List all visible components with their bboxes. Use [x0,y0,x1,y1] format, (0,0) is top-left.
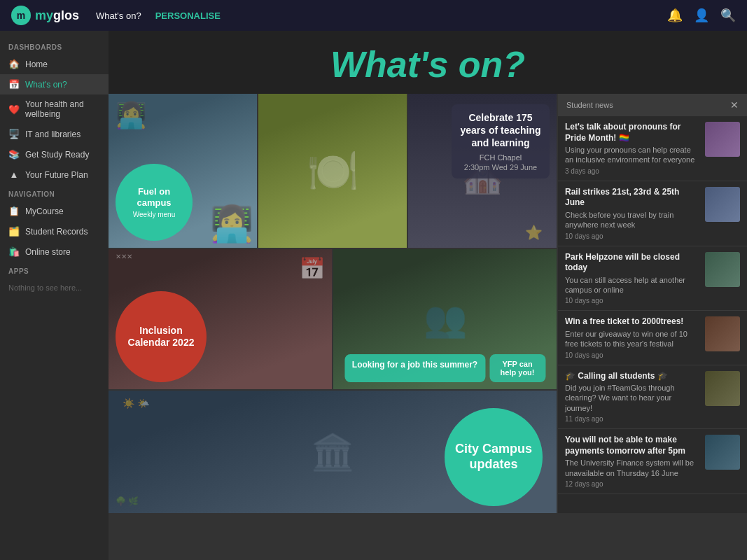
sidebar-item-home[interactable]: 🏠 Home [0,54,109,74]
jobs-title: Looking for a job this summer? [350,360,480,371]
logo[interactable]: m myglos [11,6,79,25]
book-icon: 📚 [8,149,20,160]
nothing-text: Nothing to see here... [0,278,109,298]
news-thumb-1 [705,122,740,157]
news-section-label: Student news [566,101,613,109]
city-overlay: City Campus updates [445,408,543,506]
sidebar-item-store[interactable]: 🛍️ Online store [0,241,109,262]
sidebar-item-health[interactable]: ❤️ Your health and wellbeing [0,94,109,124]
tile-chapel[interactable]: Celebrate 175 years of teaching and lear… [408,94,557,248]
news-time-2: 10 days ago [565,232,699,240]
sidebar-item-study[interactable]: 📚 Get Study Ready [0,144,109,164]
nav-right: 🔔 👤 🔍 [667,8,736,23]
dashboards-label: DASHBOARDS [0,38,109,54]
news-content-1: Let's talk about pronouns for Pride Mont… [565,122,699,175]
news-time-3: 10 days ago [565,297,699,304]
news-item-6[interactable]: You will not be able to make payments to… [558,429,747,494]
news-content-3: Park Helpzone will be closed today You c… [565,252,699,305]
inclusion-overlay: Inclusion Calendar 2022 [116,291,207,382]
inclusion-title: Inclusion Calendar 2022 [123,325,200,349]
sidebar-item-home-label: Home [25,59,48,69]
news-item-1[interactable]: Let's talk about pronouns for Pride Mont… [558,116,747,181]
sidebar-item-it-label: IT and libraries [25,130,81,139]
news-close-button[interactable]: ✕ [730,99,739,111]
sidebar-item-store-label: Online store [25,247,71,257]
news-time-6: 12 days ago [565,480,699,488]
tile-city[interactable]: 🏛️ ☀️ 🌤️ 🌳 🌿 City Campus updates [109,391,557,513]
sidebar-item-health-label: Your health and wellbeing [25,99,100,119]
news-thumb-5 [705,371,740,406]
news-desc-4: Enter our giveaway to win one of 10 free… [565,329,699,349]
news-time-1: 3 days ago [565,167,699,175]
fuel-title: Fuel on campus [121,186,187,208]
sidebar-item-whats-on-label: What's on? [25,80,67,90]
nav-links: What's on? PERSONALISE [96,10,221,21]
news-desc-6: The University Finance system will be un… [565,458,699,478]
news-content-5: 🎓 Calling all students 🎓 Did you join #T… [565,371,699,423]
sidebar-item-it[interactable]: 🖥️ IT and libraries [0,124,109,144]
sidebar-item-mycourse-label: MyCourse [25,206,64,216]
news-content-2: Rail strikes 21st, 23rd & 25th June Chec… [565,187,699,240]
sidebar-item-whats-on[interactable]: 📅 What's on? [0,74,109,94]
celebrate-location: FCH Chapel [459,153,543,162]
fuel-overlay: Fuel on campus Weekly menu [116,164,193,241]
row3: 🏛️ ☀️ 🌤️ 🌳 🌿 City Campus updates [109,391,557,513]
apps-label: APPS [0,262,109,278]
news-thumb-4 [705,316,740,351]
celebrate-time: 2:30pm Wed 29 June [459,163,543,172]
content-area: What's on? 👩‍💻 Fuel on campus Weekly men… [109,31,747,560]
main-layout: DASHBOARDS 🏠 Home 📅 What's on? ❤️ Your h… [0,31,747,560]
logo-icon: m [11,6,31,25]
sidebar-item-records[interactable]: 🗂️ Student Records [0,221,109,241]
city-title: City Campus updates [452,442,536,472]
news-item-3[interactable]: Park Helpzone will be closed today You c… [558,246,747,312]
nav-personalise[interactable]: PERSONALISE [155,10,221,21]
whats-on-header: What's on? [109,31,747,94]
top-nav: m myglos What's on? PERSONALISE 🔔 👤 🔍 [0,0,747,31]
news-content-6: You will not be able to make payments to… [565,435,699,488]
sidebar-item-future[interactable]: ▲ Your Future Plan [0,164,109,185]
tile-inclusion[interactable]: 📅 ✕✕✕ Inclusion Calendar 2022 [109,249,332,389]
news-title-6: You will not be able to make payments to… [565,435,699,456]
news-item-2[interactable]: Rail strikes 21st, 23rd & 25th June Chec… [558,181,747,246]
page-title: What's on? [109,43,747,85]
news-item-5[interactable]: 🎓 Calling all students 🎓 Did you join #T… [558,365,747,429]
computer-icon: 🖥️ [8,129,20,139]
tile-dining[interactable]: 🍽️ [258,94,407,248]
news-title-4: Win a free ticket to 2000trees! [565,316,699,328]
news-desc-2: Check before you travel by train anywher… [565,210,699,230]
search-icon[interactable]: 🔍 [720,8,736,23]
yfp-title: YFP can help you! [495,360,540,377]
news-content-4: Win a free ticket to 2000trees! Enter ou… [565,316,699,358]
news-thumb-2 [705,187,740,222]
news-item-4[interactable]: Win a free ticket to 2000trees! Enter ou… [558,311,747,365]
store-icon: 🛍️ [8,246,20,257]
health-icon: ❤️ [8,104,20,115]
tiles-column: 👩‍💻 Fuel on campus Weekly menu 🍽️ [109,94,557,513]
tile-jobs[interactable]: 👥 Looking for a job this summer? YFP can… [333,249,557,389]
sidebar-item-study-label: Get Study Ready [25,150,89,160]
mycourse-icon: 📋 [8,206,20,216]
tiles-and-news: 👩‍💻 Fuel on campus Weekly menu 🍽️ [109,94,747,513]
tile-fuel[interactable]: 👩‍💻 Fuel on campus Weekly menu [109,94,257,248]
future-icon: ▲ [8,169,20,180]
news-time-5: 11 days ago [565,415,699,423]
sidebar: DASHBOARDS 🏠 Home 📅 What's on? ❤️ Your h… [0,31,109,560]
news-header: Student news ✕ [558,94,747,116]
news-thumb-3 [705,252,740,287]
user-icon[interactable]: 👤 [694,8,709,23]
row1: 👩‍💻 Fuel on campus Weekly menu 🍽️ [109,94,557,248]
sidebar-item-mycourse[interactable]: 📋 MyCourse [0,201,109,221]
sidebar-item-records-label: Student Records [25,227,88,237]
calendar-icon: 📅 [8,79,20,90]
news-time-4: 10 days ago [565,351,699,359]
sidebar-item-future-label: Your Future Plan [25,170,88,180]
logo-text: myglos [35,8,79,23]
news-desc-5: Did you join #TeamGlos through clearing?… [565,383,699,413]
nav-whats-on[interactable]: What's on? [96,10,141,21]
news-thumb-6 [705,435,740,470]
home-icon: 🏠 [8,59,20,69]
bell-icon[interactable]: 🔔 [667,8,683,23]
news-title-1: Let's talk about pronouns for Pride Mont… [565,122,699,144]
news-title-5: 🎓 Calling all students 🎓 [565,371,699,382]
